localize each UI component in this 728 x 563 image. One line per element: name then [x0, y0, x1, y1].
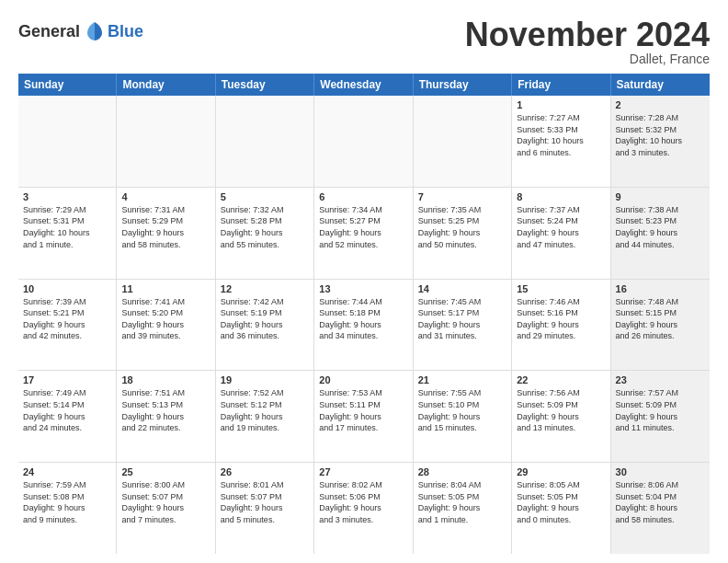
- title-section: November 2024 Dallet, France: [465, 18, 710, 66]
- day-number: 28: [418, 466, 506, 477]
- day-number: 30: [616, 466, 705, 477]
- day-info: Sunrise: 8:02 AM Sunset: 5:06 PM Dayligh…: [319, 479, 407, 525]
- day-info: Sunrise: 7:28 AM Sunset: 5:32 PM Dayligh…: [616, 112, 705, 158]
- header-sunday: Sunday: [18, 74, 117, 96]
- day-info: Sunrise: 8:00 AM Sunset: 5:07 PM Dayligh…: [121, 479, 210, 525]
- calendar-cell: 2Sunrise: 7:28 AM Sunset: 5:32 PM Daylig…: [611, 96, 710, 187]
- logo: General Blue: [18, 18, 143, 44]
- day-number: 12: [221, 283, 309, 294]
- day-info: Sunrise: 7:41 AM Sunset: 5:20 PM Dayligh…: [121, 296, 210, 342]
- calendar-cell: 23Sunrise: 7:57 AM Sunset: 5:09 PM Dayli…: [611, 371, 710, 462]
- calendar-cell: 21Sunrise: 7:55 AM Sunset: 5:10 PM Dayli…: [414, 371, 512, 462]
- day-info: Sunrise: 7:32 AM Sunset: 5:28 PM Dayligh…: [221, 204, 309, 250]
- calendar-cell: 5Sunrise: 7:32 AM Sunset: 5:28 PM Daylig…: [216, 188, 314, 279]
- calendar-cell: 28Sunrise: 8:04 AM Sunset: 5:05 PM Dayli…: [414, 463, 512, 554]
- page: General Blue November 2024 Dallet, Franc…: [0, 0, 728, 563]
- day-number: 6: [319, 191, 407, 202]
- day-info: Sunrise: 8:01 AM Sunset: 5:07 PM Dayligh…: [221, 479, 309, 525]
- header-friday: Friday: [512, 74, 610, 96]
- calendar-cell: 8Sunrise: 7:37 AM Sunset: 5:24 PM Daylig…: [512, 188, 610, 279]
- calendar-cell: 30Sunrise: 8:06 AM Sunset: 5:04 PM Dayli…: [611, 463, 710, 554]
- day-info: Sunrise: 7:53 AM Sunset: 5:11 PM Dayligh…: [319, 387, 407, 433]
- day-number: 24: [23, 466, 111, 477]
- day-info: Sunrise: 7:42 AM Sunset: 5:19 PM Dayligh…: [221, 296, 309, 342]
- header-saturday: Saturday: [611, 74, 710, 96]
- day-number: 26: [221, 466, 309, 477]
- day-info: Sunrise: 7:48 AM Sunset: 5:15 PM Dayligh…: [616, 296, 705, 342]
- day-info: Sunrise: 7:44 AM Sunset: 5:18 PM Dayligh…: [319, 296, 407, 342]
- logo-blue: Blue: [108, 22, 143, 41]
- location: Dallet, France: [465, 52, 710, 66]
- day-number: 13: [319, 283, 407, 294]
- day-number: 9: [616, 191, 705, 202]
- calendar-cell: 14Sunrise: 7:45 AM Sunset: 5:17 PM Dayli…: [414, 280, 512, 371]
- day-info: Sunrise: 7:29 AM Sunset: 5:31 PM Dayligh…: [23, 204, 111, 250]
- calendar-cell: 29Sunrise: 8:05 AM Sunset: 5:05 PM Dayli…: [512, 463, 610, 554]
- calendar-cell: [117, 96, 215, 187]
- calendar-cell: 3Sunrise: 7:29 AM Sunset: 5:31 PM Daylig…: [18, 188, 117, 279]
- day-info: Sunrise: 7:37 AM Sunset: 5:24 PM Dayligh…: [517, 204, 605, 250]
- header-wednesday: Wednesday: [314, 74, 413, 96]
- day-info: Sunrise: 7:56 AM Sunset: 5:09 PM Dayligh…: [517, 387, 605, 433]
- day-info: Sunrise: 8:04 AM Sunset: 5:05 PM Dayligh…: [418, 479, 506, 525]
- calendar-cell: [216, 96, 314, 187]
- calendar-cell: 22Sunrise: 7:56 AM Sunset: 5:09 PM Dayli…: [512, 371, 610, 462]
- day-info: Sunrise: 7:57 AM Sunset: 5:09 PM Dayligh…: [616, 387, 705, 433]
- day-info: Sunrise: 7:38 AM Sunset: 5:23 PM Dayligh…: [616, 204, 705, 250]
- calendar-cell: 16Sunrise: 7:48 AM Sunset: 5:15 PM Dayli…: [611, 280, 710, 371]
- day-number: 20: [319, 374, 407, 385]
- header-monday: Monday: [117, 74, 215, 96]
- calendar-cell: 19Sunrise: 7:52 AM Sunset: 5:12 PM Dayli…: [216, 371, 314, 462]
- calendar-cell: 11Sunrise: 7:41 AM Sunset: 5:20 PM Dayli…: [117, 280, 215, 371]
- day-number: 25: [121, 466, 210, 477]
- day-info: Sunrise: 7:34 AM Sunset: 5:27 PM Dayligh…: [319, 204, 407, 250]
- month-title: November 2024: [465, 18, 710, 52]
- logo-general: General: [18, 22, 80, 41]
- day-info: Sunrise: 7:39 AM Sunset: 5:21 PM Dayligh…: [23, 296, 111, 342]
- calendar-cell: 7Sunrise: 7:35 AM Sunset: 5:25 PM Daylig…: [414, 188, 512, 279]
- day-info: Sunrise: 7:31 AM Sunset: 5:29 PM Dayligh…: [121, 204, 210, 250]
- day-info: Sunrise: 8:06 AM Sunset: 5:04 PM Dayligh…: [616, 479, 705, 525]
- calendar-row: 17Sunrise: 7:49 AM Sunset: 5:14 PM Dayli…: [18, 371, 710, 463]
- day-number: 14: [418, 283, 506, 294]
- calendar-cell: 17Sunrise: 7:49 AM Sunset: 5:14 PM Dayli…: [18, 371, 117, 462]
- day-number: 5: [221, 191, 309, 202]
- day-number: 16: [616, 283, 705, 294]
- logo-icon: [82, 18, 108, 44]
- day-number: 21: [418, 374, 506, 385]
- day-info: Sunrise: 7:46 AM Sunset: 5:16 PM Dayligh…: [517, 296, 605, 342]
- calendar-cell: 6Sunrise: 7:34 AM Sunset: 5:27 PM Daylig…: [314, 188, 413, 279]
- day-info: Sunrise: 7:51 AM Sunset: 5:13 PM Dayligh…: [121, 387, 210, 433]
- day-number: 18: [121, 374, 210, 385]
- calendar-row: 1Sunrise: 7:27 AM Sunset: 5:33 PM Daylig…: [18, 96, 710, 188]
- day-number: 27: [319, 466, 407, 477]
- calendar-row: 24Sunrise: 7:59 AM Sunset: 5:08 PM Dayli…: [18, 463, 710, 554]
- header: General Blue November 2024 Dallet, Franc…: [18, 18, 710, 66]
- day-number: 15: [517, 283, 605, 294]
- day-number: 10: [23, 283, 111, 294]
- calendar-cell: 18Sunrise: 7:51 AM Sunset: 5:13 PM Dayli…: [117, 371, 215, 462]
- calendar-cell: 15Sunrise: 7:46 AM Sunset: 5:16 PM Dayli…: [512, 280, 610, 371]
- header-thursday: Thursday: [414, 74, 512, 96]
- calendar-cell: 4Sunrise: 7:31 AM Sunset: 5:29 PM Daylig…: [117, 188, 215, 279]
- day-number: 8: [517, 191, 605, 202]
- calendar-body: 1Sunrise: 7:27 AM Sunset: 5:33 PM Daylig…: [18, 96, 710, 554]
- day-info: Sunrise: 7:59 AM Sunset: 5:08 PM Dayligh…: [23, 479, 111, 525]
- calendar-cell: 26Sunrise: 8:01 AM Sunset: 5:07 PM Dayli…: [216, 463, 314, 554]
- calendar-cell: 10Sunrise: 7:39 AM Sunset: 5:21 PM Dayli…: [18, 280, 117, 371]
- calendar-cell: 20Sunrise: 7:53 AM Sunset: 5:11 PM Dayli…: [314, 371, 413, 462]
- day-number: 29: [517, 466, 605, 477]
- calendar-cell: 24Sunrise: 7:59 AM Sunset: 5:08 PM Dayli…: [18, 463, 117, 554]
- calendar-cell: 9Sunrise: 7:38 AM Sunset: 5:23 PM Daylig…: [611, 188, 710, 279]
- day-number: 11: [121, 283, 210, 294]
- calendar-row: 10Sunrise: 7:39 AM Sunset: 5:21 PM Dayli…: [18, 280, 710, 372]
- calendar-cell: 27Sunrise: 8:02 AM Sunset: 5:06 PM Dayli…: [314, 463, 413, 554]
- header-tuesday: Tuesday: [216, 74, 314, 96]
- day-info: Sunrise: 7:45 AM Sunset: 5:17 PM Dayligh…: [418, 296, 506, 342]
- calendar-cell: [314, 96, 413, 187]
- day-info: Sunrise: 8:05 AM Sunset: 5:05 PM Dayligh…: [517, 479, 605, 525]
- day-number: 1: [517, 99, 605, 110]
- calendar: Sunday Monday Tuesday Wednesday Thursday…: [18, 74, 710, 554]
- calendar-cell: 13Sunrise: 7:44 AM Sunset: 5:18 PM Dayli…: [314, 280, 413, 371]
- calendar-row: 3Sunrise: 7:29 AM Sunset: 5:31 PM Daylig…: [18, 188, 710, 280]
